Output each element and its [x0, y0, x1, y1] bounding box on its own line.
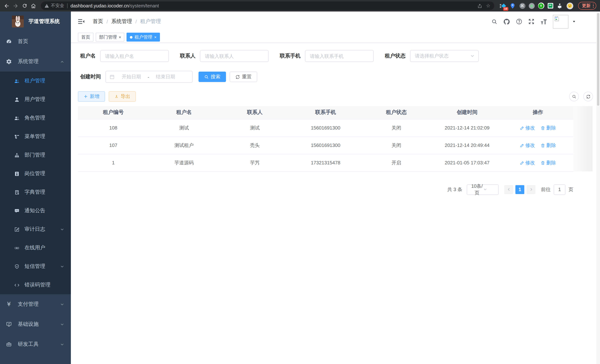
security-label[interactable]: 不安全 [51, 3, 64, 9]
sidebar-item-label: 角色管理 [25, 115, 45, 121]
cell-id: 108 [78, 119, 149, 137]
extension-pin-icon[interactable] [509, 2, 516, 9]
sidebar-item-audit-log[interactable]: 审计日志 [0, 220, 71, 239]
breadcrumb-separator: / [106, 19, 108, 25]
url-text[interactable]: dashboard.yudao.iocoder.cn/system/tenant [71, 3, 159, 8]
toggle-search-button[interactable] [569, 92, 579, 101]
edit-icon [520, 143, 524, 148]
extension-dot-icon[interactable] [529, 3, 534, 9]
chevron-down-icon [470, 54, 475, 58]
post-badge-icon [14, 171, 20, 177]
add-button[interactable]: 新增 [78, 91, 105, 102]
sidebar-item-label: 研发工具 [18, 341, 38, 348]
extension-y-icon[interactable]: Y [538, 3, 544, 9]
refresh-table-button[interactable] [583, 92, 593, 101]
total-count: 共 3 条 [447, 186, 462, 193]
github-icon[interactable] [503, 18, 510, 25]
puzzle-extensions-icon[interactable] [556, 2, 563, 9]
date-separator: - [144, 74, 152, 80]
sidebar-item-notice[interactable]: 通知公告 [0, 202, 71, 220]
delete-link[interactable]: 删除 [541, 159, 556, 166]
breadcrumb-home[interactable]: 首页 [93, 18, 103, 25]
close-icon[interactable]: × [119, 35, 121, 39]
caret-down-icon[interactable] [572, 19, 576, 24]
sidebar-item-pay[interactable]: ¥ 支付管理 [0, 294, 71, 314]
tab-tenant[interactable]: 租户管理 × [127, 33, 160, 42]
share-icon[interactable] [477, 3, 482, 8]
delete-icon [541, 126, 545, 130]
home-icon[interactable] [29, 1, 38, 10]
forward-icon[interactable] [11, 1, 20, 10]
collapse-sidebar-icon[interactable] [77, 18, 85, 25]
date-range-picker[interactable]: 开始日期 - 结束日期 [105, 71, 193, 83]
sidebar-item-system[interactable]: 系统管理 [0, 52, 71, 72]
tab-home[interactable]: 首页 [78, 33, 94, 42]
edit-link[interactable]: 修改 [520, 142, 535, 149]
url-bar[interactable]: 不安全 dashboard.yudao.iocoder.cn/system/te… [41, 1, 494, 10]
export-button[interactable]: 导出 [109, 91, 136, 102]
sidebar-item-dept[interactable]: 部门管理 [0, 146, 71, 164]
sidebar-item-tenant[interactable]: 租户管理 [0, 72, 71, 90]
next-page-button[interactable] [526, 185, 535, 194]
page-size-select[interactable]: 10条/页 [467, 184, 499, 195]
page-number-button[interactable]: 1 [516, 185, 524, 194]
dev-tools-icon [6, 341, 12, 347]
sidebar-item-dev-tools[interactable]: 研发工具 [0, 334, 71, 354]
delete-link[interactable]: 删除 [541, 142, 556, 149]
sidebar-item-online-user[interactable]: 在线用户 [0, 239, 71, 257]
fullscreen-icon[interactable] [528, 18, 535, 25]
reload-icon[interactable] [20, 1, 29, 10]
cell-id: 1 [78, 154, 149, 171]
scrollbar[interactable] [596, 11, 600, 364]
help-icon[interactable] [516, 18, 523, 25]
reset-button[interactable]: 重置 [230, 72, 257, 82]
sidebar-item-menu[interactable]: 菜单管理 [0, 127, 71, 146]
sidebar-item-label: 短信管理 [25, 263, 45, 270]
contact-input[interactable] [200, 50, 269, 62]
sidebar-item-sms[interactable]: 短信管理 [0, 257, 71, 276]
edit-link[interactable]: 修改 [520, 124, 535, 131]
sidebar-item-dict[interactable]: 字典管理 [0, 183, 71, 202]
col-actions: 操作 [502, 106, 573, 119]
extension-chat-icon[interactable] [547, 3, 553, 9]
user-avatar[interactable] [553, 15, 568, 28]
profile-avatar-icon[interactable] [566, 2, 573, 9]
chevron-right-icon [529, 187, 533, 191]
font-size-icon[interactable] [540, 18, 547, 25]
sidebar-item-error-code[interactable]: 错误码管理 [0, 276, 71, 294]
chevron-down-icon [60, 264, 64, 269]
status-select[interactable]: 请选择租户状态 [410, 50, 479, 62]
extensions-area: 10 ⌘ Y 更新 [499, 2, 596, 10]
sidebar-item-label: 错误码管理 [25, 282, 50, 288]
bookmark-star-icon[interactable]: ☆ [486, 3, 490, 8]
sidebar-item-home[interactable]: 首页 [0, 32, 71, 52]
search-button[interactable]: 搜索 [198, 72, 226, 82]
sidebar-item-post[interactable]: 岗位管理 [0, 164, 71, 183]
sidebar-item-role[interactable]: 角色管理 [0, 109, 71, 127]
warning-icon [45, 3, 49, 8]
delete-link[interactable]: 删除 [541, 124, 556, 131]
start-date-placeholder: 开始日期 [118, 74, 144, 80]
kebab-menu-icon[interactable] [593, 4, 594, 8]
chrome-update-button[interactable]: 更新 [578, 2, 596, 10]
goto-page-input[interactable] [554, 184, 565, 195]
mobile-input[interactable] [305, 50, 374, 62]
app-logo-row[interactable]: 芋道管理系统 [0, 11, 71, 32]
search-icon[interactable] [491, 18, 497, 25]
sidebar-item-label: 支付管理 [18, 301, 38, 308]
extension-command-icon[interactable]: ⌘ [519, 3, 525, 9]
tenant-name-input[interactable] [100, 50, 169, 62]
sidebar: 芋道管理系统 首页 系统管理 [0, 11, 71, 364]
breadcrumb-system[interactable]: 系统管理 [111, 18, 132, 25]
cell-created: 2021-12-14 21:02:09 [432, 119, 502, 137]
tab-dept[interactable]: 部门管理 × [96, 33, 124, 42]
extension-diamond-icon[interactable]: 10 [499, 2, 506, 9]
prev-page-button[interactable] [504, 185, 513, 194]
back-icon[interactable] [2, 1, 11, 10]
sidebar-item-user[interactable]: 用户管理 [0, 90, 71, 109]
close-icon[interactable]: × [154, 35, 157, 39]
page-size-value: 10条/页 [471, 183, 483, 196]
scrollbar-thumb[interactable] [597, 13, 599, 106]
sidebar-item-infra[interactable]: 基础设施 [0, 314, 71, 334]
edit-link[interactable]: 修改 [520, 159, 535, 166]
